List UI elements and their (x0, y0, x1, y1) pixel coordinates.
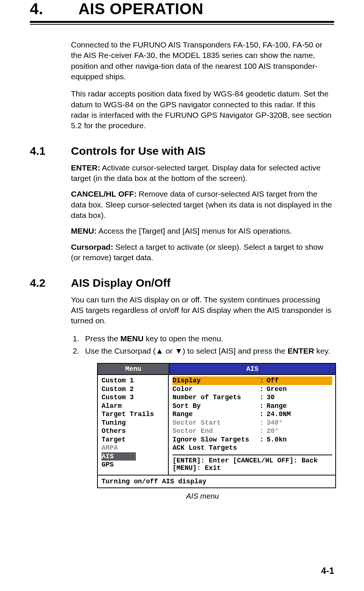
section-42-p: You can turn the AIS display on or off. … (71, 295, 334, 326)
row-sector-end: Sector End: 20° (172, 427, 332, 435)
sidebar-item-custom2[interactable]: Custom 2 (102, 385, 165, 394)
sidebar-item-others[interactable]: Others (102, 427, 165, 435)
section-heading-41: 4.1Controls for Use with AIS (30, 145, 334, 157)
step-1: Press the MENU key to open the menu. (81, 333, 334, 344)
section-title: Controls for Use with AIS (71, 145, 206, 157)
sidebar-item-arpa: ARPA (102, 444, 165, 452)
sidebar-item-custom3[interactable]: Custom 3 (102, 393, 165, 402)
ctrl-enter-text: Activate cursor-selected target. Display… (71, 163, 321, 182)
section-number: 4.1 (30, 145, 71, 157)
sidebar-item-gps[interactable]: GPS (102, 461, 165, 469)
rule-thick (30, 21, 334, 23)
sidebar-item-tuning[interactable]: Tuning (102, 419, 165, 427)
hint-line-1: [ENTER]: Enter [CANCEL/HL OFF]: Back (172, 457, 332, 464)
menu-header-right: AIS (169, 364, 335, 375)
ctrl-menu-text: Access the [Target] and [AIS] menus for … (97, 227, 292, 235)
rule-thin (30, 24, 334, 25)
menu-sidebar: Custom 1 Custom 2 Custom 3 Alarm Target … (98, 375, 169, 475)
row-ack-lost[interactable]: ACK Lost Targets (172, 444, 332, 452)
ctrl-enter: ENTER: Activate cursor-selected target. … (71, 163, 334, 184)
section-title: AIS Display On/Off (71, 277, 171, 289)
row-color[interactable]: Color:Green (172, 385, 332, 394)
ais-menu-figure: Menu AIS Custom 1 Custom 2 Custom 3 Alar… (97, 363, 336, 488)
ctrl-cursor-label: Cursorpad: (71, 243, 113, 251)
chapter-number: 4. (30, 0, 78, 18)
menu-header-left: Menu (98, 364, 169, 375)
sidebar-item-custom1[interactable]: Custom 1 (102, 376, 165, 385)
divider (172, 455, 332, 455)
row-display[interactable]: Display:Off (172, 376, 332, 385)
sidebar-item-alarm[interactable]: Alarm (102, 402, 165, 410)
sidebar-item-target-trails[interactable]: Target Trails (102, 410, 165, 419)
chapter-title: 4.AIS OPERATION (30, 0, 334, 18)
row-sort-by[interactable]: Sort By:Range (172, 402, 332, 410)
section-number: 4.2 (30, 277, 71, 289)
status-bar: Turning on/off AIS display (98, 475, 335, 487)
ctrl-cursor: Cursorpad: Select a target to activate (… (71, 242, 334, 263)
sidebar-item-target[interactable]: Target (102, 435, 165, 444)
menu-content: Display:Off Color:Green Number of Target… (169, 375, 335, 475)
ctrl-enter-label: ENTER: (71, 163, 100, 172)
row-sector-start: Sector Start:340° (172, 419, 332, 427)
row-range[interactable]: Range:24.0NM (172, 410, 332, 419)
page-number: 4-1 (321, 566, 334, 576)
ctrl-menu: MENU: Access the [Target] and [AIS] menu… (71, 226, 334, 236)
sidebar-item-ais[interactable]: AIS (102, 452, 136, 461)
intro-p2: This radar accepts position data fixed b… (71, 89, 334, 131)
intro-p1: Connected to the FURUNO AIS Transponders… (71, 40, 334, 82)
steps-list: Press the MENU key to open the menu. Use… (71, 333, 334, 357)
row-number-targets[interactable]: Number of Targets: 30 (172, 393, 332, 402)
step-2: Use the Cursorpad (▲ or ▼) to select [AI… (81, 345, 334, 356)
section-heading-42: 4.2AIS Display On/Off (30, 277, 334, 289)
hint-line-2: [MENU]: Exit (172, 464, 332, 472)
ctrl-cancel-label: CANCEL/HL OFF: (71, 190, 137, 198)
row-ignore-slow[interactable]: Ignore Slow Targets:5.0kn (172, 435, 332, 444)
ctrl-menu-label: MENU: (71, 227, 97, 235)
chapter-name: AIS OPERATION (78, 0, 203, 18)
ctrl-cancel: CANCEL/HL OFF: Remove data of cursor-sel… (71, 189, 334, 221)
figure-caption: AIS menu (71, 492, 334, 501)
